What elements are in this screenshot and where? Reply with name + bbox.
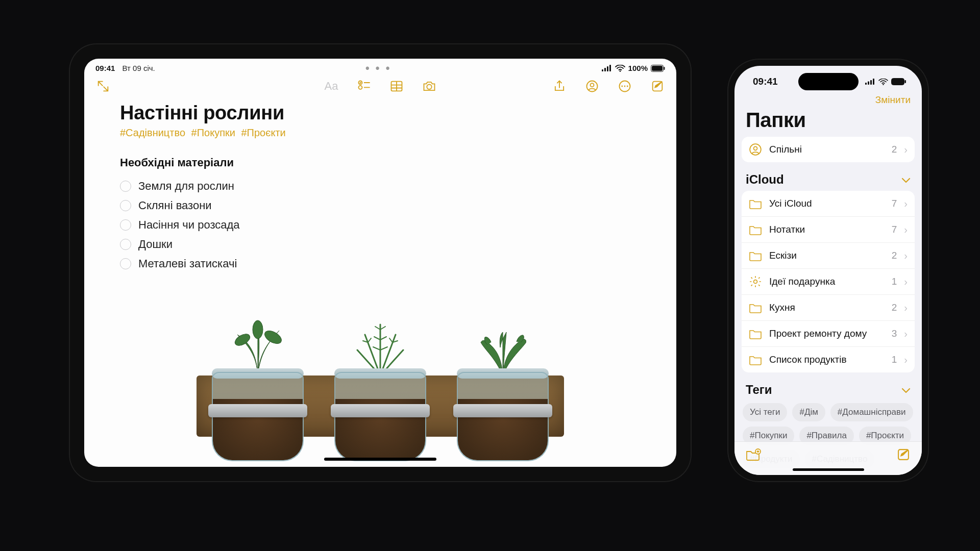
more-button[interactable] (617, 79, 632, 94)
folder-row[interactable]: Кухня2› (742, 294, 915, 320)
folder-label: Ідеї подарунка (769, 276, 885, 287)
checklist-item[interactable]: Насіння чи розсада (120, 215, 641, 235)
checklist-item-label: Земля для рослин (138, 180, 234, 193)
checkbox-icon[interactable] (120, 219, 131, 231)
chevron-right-icon: › (904, 302, 908, 314)
chevron-right-icon: › (904, 144, 908, 156)
folder-row[interactable]: Список продуктів1› (742, 346, 915, 372)
tag-pill[interactable]: #Дім (792, 403, 825, 421)
chevron-right-icon: › (904, 354, 908, 366)
status-date: Вт 09 січ. (122, 64, 155, 72)
folder-label: Кухня (769, 302, 885, 313)
edit-button[interactable]: Змінити (875, 94, 911, 106)
share-button[interactable] (552, 79, 567, 94)
status-time: 09:41 (753, 76, 778, 87)
gear-icon (749, 275, 762, 288)
checklist-item[interactable]: Дошки (120, 235, 641, 254)
folder-icon (749, 353, 762, 366)
svg-rect-30 (870, 80, 872, 85)
note-tag[interactable]: #Проєкти (241, 127, 286, 138)
status-time: 09:41 (95, 64, 115, 72)
wifi-icon (615, 65, 625, 72)
svg-point-26 (262, 328, 283, 346)
iphone-device: 09:41 Змінити Папки Спі (727, 59, 929, 482)
battery-percent: 100% (628, 64, 648, 72)
folder-icon (749, 327, 762, 340)
collapse-sidebar-icon[interactable] (95, 79, 111, 94)
svg-rect-33 (892, 79, 904, 85)
text-format-button[interactable]: Aa (324, 79, 339, 94)
svg-rect-31 (873, 79, 874, 85)
checkbox-icon[interactable] (120, 200, 131, 211)
svg-point-32 (883, 84, 884, 85)
checkbox-icon[interactable] (120, 239, 131, 250)
chevron-right-icon: › (904, 198, 908, 210)
note-tags-line[interactable]: #Садівництво #Покупки #Проєкти (120, 127, 641, 139)
svg-point-37 (754, 280, 757, 284)
cellular-signal-icon (602, 65, 612, 72)
checklist: Земля для рослин Скляні вазони Насіння ч… (120, 177, 641, 273)
home-indicator[interactable] (324, 458, 436, 461)
note-section-heading[interactable]: Необхідні матеріали (120, 156, 641, 169)
checklist-item[interactable]: Земля для рослин (120, 177, 641, 196)
dynamic-island (798, 73, 859, 90)
svg-rect-28 (865, 83, 867, 85)
folder-icon (749, 249, 762, 262)
folder-count: 7 (892, 224, 897, 235)
folder-label: Усі iCloud (769, 198, 885, 209)
folder-icon (749, 197, 762, 210)
new-folder-button[interactable] (746, 448, 761, 463)
folder-label: Список продуктів (769, 354, 885, 365)
tag-pill[interactable]: Усі теги (743, 403, 787, 421)
folder-row[interactable]: Усі iCloud7› (742, 191, 915, 216)
collaborate-button[interactable] (584, 79, 600, 94)
shared-folder-row[interactable]: Спільні 2 › (742, 137, 915, 162)
ipad-device: 09:41 Вт 09 січ. • • • 100% (69, 43, 692, 482)
camera-button[interactable] (422, 79, 437, 94)
folder-count: 1 (892, 354, 897, 365)
compose-button[interactable] (650, 79, 665, 94)
svg-rect-0 (602, 69, 603, 71)
folder-row[interactable]: Ескізи2› (742, 242, 915, 268)
shared-group: Спільні 2 › (742, 137, 915, 162)
checklist-item-label: Скляні вазони (138, 199, 212, 212)
note-content[interactable]: Настінні рослини #Садівництво #Покупки #… (84, 97, 676, 467)
folder-count: 2 (892, 302, 897, 313)
checkbox-icon[interactable] (120, 181, 131, 192)
page-title: Папки (734, 106, 922, 137)
svg-point-10 (359, 86, 362, 89)
icloud-section-header[interactable]: iCloud (734, 162, 922, 191)
tags-section-header[interactable]: Теги (734, 372, 922, 401)
note-tag[interactable]: #Садівництво (120, 127, 185, 138)
checklist-item[interactable]: Скляні вазони (120, 196, 641, 215)
checklist-item[interactable]: Металеві затискачі (120, 254, 641, 273)
tag-pill[interactable]: #Домашнісправи (830, 403, 913, 421)
folder-count: 7 (892, 198, 897, 209)
svg-rect-1 (604, 68, 606, 71)
folder-label: Проект ремонту дому (769, 328, 885, 339)
svg-point-19 (591, 83, 594, 87)
folder-row[interactable]: Ідеї подарунка1› (742, 268, 915, 294)
svg-point-23 (627, 86, 628, 87)
icloud-folder-list: Усі iCloud7›Нотатки7›Ескізи2›Ідеї подару… (742, 191, 915, 372)
svg-rect-3 (609, 65, 611, 71)
table-button[interactable] (389, 79, 404, 94)
note-tag[interactable]: #Покупки (191, 127, 235, 138)
folder-icon (749, 223, 762, 236)
checkbox-icon[interactable] (120, 258, 131, 269)
svg-point-35 (750, 144, 761, 155)
multitask-dots-icon[interactable]: • • • (365, 66, 391, 70)
folder-row[interactable]: Нотатки7› (742, 216, 915, 242)
compose-button[interactable] (896, 447, 911, 464)
folder-row[interactable]: Проект ремонту дому3› (742, 320, 915, 346)
checklist-button[interactable] (356, 79, 372, 94)
svg-point-17 (427, 85, 431, 89)
note-title[interactable]: Настінні рослини (120, 102, 641, 124)
chevron-down-icon[interactable] (901, 172, 911, 187)
shared-person-icon (749, 143, 762, 156)
home-indicator[interactable] (793, 468, 864, 471)
wifi-icon (878, 79, 888, 85)
folder-icon (749, 301, 762, 314)
chevron-down-icon[interactable] (901, 383, 911, 397)
checklist-item-label: Металеві затискачі (138, 257, 237, 270)
